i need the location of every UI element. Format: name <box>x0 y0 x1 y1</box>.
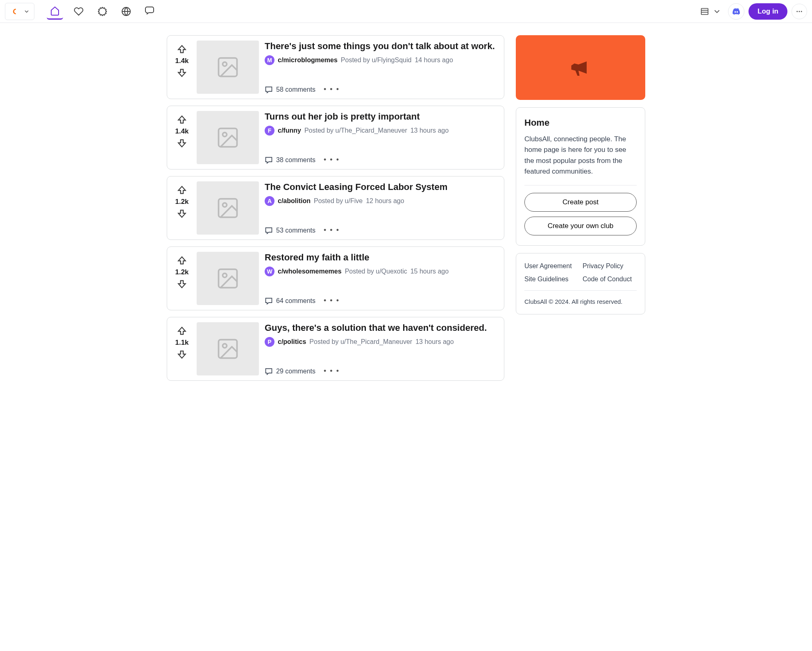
logo-icon <box>9 7 18 16</box>
divider <box>524 290 637 291</box>
club-link[interactable]: c/microblogmemes <box>278 57 338 64</box>
sidebar-hero-image <box>516 35 645 100</box>
vote-column: 1.1k <box>173 322 191 375</box>
upvote-icon[interactable] <box>177 185 187 195</box>
home-info-box: Home ClubsAll, connecting people. The ho… <box>516 107 645 246</box>
post-card[interactable]: 1.1k Guys, there's a solution that we ha… <box>167 317 504 381</box>
upvote-icon[interactable] <box>177 44 187 54</box>
megaphone-icon <box>568 55 593 80</box>
comments-count: 58 comments <box>276 86 315 93</box>
downvote-icon[interactable] <box>177 138 187 149</box>
downvote-icon[interactable] <box>177 279 187 289</box>
vote-count: 1.4k <box>175 127 188 136</box>
posted-by[interactable]: Posted by u/FlyingSquid <box>341 57 412 64</box>
vote-column: 1.4k <box>173 41 191 94</box>
comments-link[interactable]: 29 comments <box>265 367 315 375</box>
image-placeholder-icon <box>215 196 240 220</box>
right-sidebar: Home ClubsAll, connecting people. The ho… <box>516 35 645 314</box>
posted-by[interactable]: Posted by u/The_Picard_Maneuver <box>304 127 407 134</box>
post-title[interactable]: There's just some things you don't talk … <box>265 41 498 52</box>
post-card[interactable]: 1.4k Turns out her job is pretty importa… <box>167 106 504 170</box>
post-more-options[interactable]: • • • <box>324 85 340 94</box>
post-thumbnail[interactable] <box>197 181 259 235</box>
discord-button[interactable] <box>728 3 744 20</box>
post-card[interactable]: 1.2k The Convict Leasing Forced Labor Sy… <box>167 176 504 240</box>
comment-icon <box>265 86 273 94</box>
more-options-button[interactable] <box>792 4 807 19</box>
downvote-icon[interactable] <box>177 208 187 219</box>
vote-count: 1.1k <box>175 339 188 347</box>
footer-link-code-of-conduct[interactable]: Code of Conduct <box>583 276 637 283</box>
post-thumbnail[interactable] <box>197 322 259 375</box>
footer-links: User Agreement Privacy Policy Site Guide… <box>524 262 637 283</box>
badge-icon <box>98 7 107 16</box>
posted-by[interactable]: Posted by u/The_Picard_Maneuver <box>309 338 412 346</box>
downvote-icon[interactable] <box>177 349 187 360</box>
comments-count: 29 comments <box>276 368 315 375</box>
post-body: Guys, there's a solution that we haven't… <box>265 322 498 375</box>
club-link[interactable]: c/politics <box>278 338 306 346</box>
post-meta: M c/microblogmemes Posted by u/FlyingSqu… <box>265 55 498 65</box>
club-badge: F <box>265 126 274 136</box>
post-actions: 53 comments • • • <box>265 218 498 235</box>
post-actions: 38 comments • • • <box>265 147 498 164</box>
club-badge: W <box>265 267 274 276</box>
post-title[interactable]: Guys, there's a solution that we haven't… <box>265 322 498 334</box>
post-body: Restored my faith a little W c/wholesome… <box>265 252 498 305</box>
comments-link[interactable]: 58 comments <box>265 86 315 94</box>
nav-explore[interactable] <box>118 3 134 20</box>
nav-verified[interactable] <box>94 3 111 20</box>
home-info-title: Home <box>524 118 637 128</box>
post-more-options[interactable]: • • • <box>324 156 340 164</box>
header-right: Log in <box>698 3 807 20</box>
nav-favorites[interactable] <box>70 3 87 20</box>
image-placeholder-icon <box>215 125 240 150</box>
comments-link[interactable]: 38 comments <box>265 156 315 164</box>
vote-count: 1.4k <box>175 57 188 65</box>
comments-link[interactable]: 64 comments <box>265 297 315 305</box>
post-more-options[interactable]: • • • <box>324 226 340 235</box>
club-badge: P <box>265 337 274 347</box>
post-more-options[interactable]: • • • <box>324 367 340 375</box>
downvote-icon[interactable] <box>177 68 187 78</box>
post-title[interactable]: Restored my faith a little <box>265 252 498 263</box>
nav-home[interactable] <box>47 3 63 20</box>
post-title[interactable]: The Convict Leasing Forced Labor System <box>265 181 498 193</box>
club-link[interactable]: c/funny <box>278 127 301 134</box>
nav-messages[interactable] <box>142 3 158 20</box>
club-link[interactable]: c/wholesomememes <box>278 268 342 275</box>
view-mode-dropdown[interactable] <box>698 5 724 18</box>
post-time: 12 hours ago <box>366 197 404 205</box>
comments-count: 64 comments <box>276 297 315 305</box>
create-club-button[interactable]: Create your own club <box>524 217 637 235</box>
post-feed: 1.4k There's just some things you don't … <box>167 35 504 381</box>
post-title[interactable]: Turns out her job is pretty important <box>265 111 498 122</box>
club-badge: A <box>265 196 274 206</box>
upvote-icon[interactable] <box>177 114 187 125</box>
upvote-icon[interactable] <box>177 326 187 336</box>
footer-link-user-agreement[interactable]: User Agreement <box>524 262 578 270</box>
footer-link-privacy-policy[interactable]: Privacy Policy <box>583 262 637 270</box>
post-body: Turns out her job is pretty important F … <box>265 111 498 164</box>
club-link[interactable]: c/abolition <box>278 197 311 205</box>
upvote-icon[interactable] <box>177 255 187 266</box>
footer-link-site-guidelines[interactable]: Site Guidelines <box>524 276 578 283</box>
create-post-button[interactable]: Create post <box>524 193 637 212</box>
post-thumbnail[interactable] <box>197 252 259 305</box>
post-thumbnail[interactable] <box>197 111 259 164</box>
vote-column: 1.2k <box>173 252 191 305</box>
post-time: 15 hours ago <box>411 268 449 275</box>
post-more-options[interactable]: • • • <box>324 296 340 305</box>
post-card[interactable]: 1.4k There's just some things you don't … <box>167 35 504 99</box>
svg-point-12 <box>223 203 227 207</box>
comments-link[interactable]: 53 comments <box>265 226 315 235</box>
login-button[interactable]: Log in <box>748 3 787 20</box>
post-card[interactable]: 1.2k Restored my faith a little W c/whol… <box>167 246 504 310</box>
logo-dropdown[interactable] <box>5 3 34 20</box>
posted-by[interactable]: Posted by u/Five <box>314 197 363 205</box>
posted-by[interactable]: Posted by u/Quexotic <box>345 268 407 275</box>
home-info-description: ClubsAll, connecting people. The home pa… <box>524 134 637 177</box>
post-thumbnail[interactable] <box>197 41 259 94</box>
post-meta: A c/abolition Posted by u/Five 12 hours … <box>265 196 498 206</box>
comment-icon <box>265 297 273 305</box>
